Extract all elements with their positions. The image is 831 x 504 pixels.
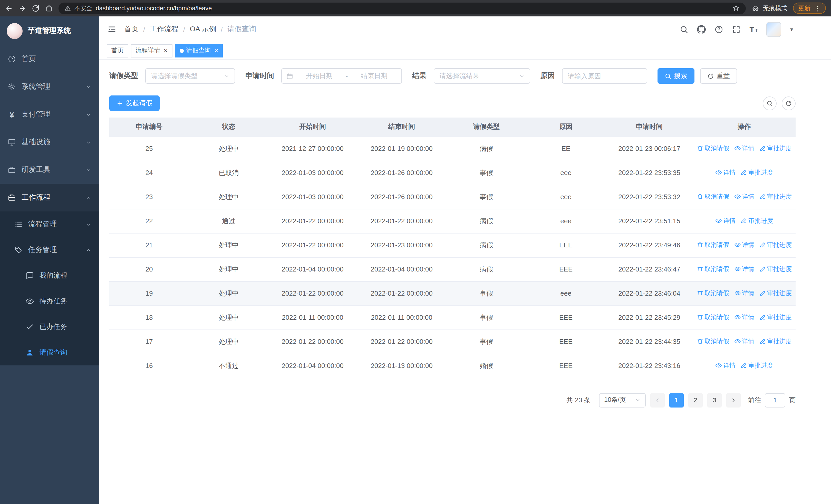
detail-link[interactable]: 详情 bbox=[716, 361, 736, 370]
detail-link[interactable]: 详情 bbox=[716, 216, 736, 225]
detail-link[interactable]: 详情 bbox=[716, 168, 736, 177]
sidebar-item-done-tasks[interactable]: 已办任务 bbox=[0, 314, 99, 340]
page-button-2[interactable]: 2 bbox=[688, 393, 703, 407]
browser-menu-icon[interactable]: ⋮ bbox=[814, 5, 821, 11]
cancel-leave-link[interactable]: 取消请假 bbox=[697, 192, 729, 201]
approval-progress-link[interactable]: 审批进度 bbox=[760, 313, 792, 322]
reason-input[interactable] bbox=[562, 68, 647, 84]
fullscreen-icon[interactable] bbox=[732, 25, 741, 34]
goto-unit: 页 bbox=[789, 395, 796, 405]
back-button[interactable] bbox=[5, 4, 13, 12]
approval-progress-link[interactable]: 审批进度 bbox=[741, 168, 773, 177]
filter-apply-time: 申请时间 开始日期 - 结束日期 bbox=[245, 68, 402, 84]
cancel-leave-link[interactable]: 取消请假 bbox=[697, 265, 729, 273]
detail-link[interactable]: 详情 bbox=[734, 289, 754, 298]
tag-label: 流程详情 bbox=[136, 46, 160, 55]
approval-progress-link[interactable]: 审批进度 bbox=[741, 216, 773, 225]
caret-down-icon[interactable]: ▾ bbox=[790, 26, 793, 33]
sidebar-item-todo-tasks[interactable]: 待办任务 bbox=[0, 289, 99, 314]
table-row-18: 18处理中2022-01-11 00:00:002022-01-11 00:00… bbox=[109, 305, 796, 329]
update-chip[interactable]: 更新 ⋮ bbox=[793, 3, 826, 14]
cell-end: 2022-01-26 00:00:00 bbox=[357, 185, 447, 209]
approval-progress-link[interactable]: 审批进度 bbox=[760, 192, 792, 201]
detail-link[interactable]: 详情 bbox=[734, 192, 754, 201]
approval-progress-link[interactable]: 审批进度 bbox=[760, 337, 792, 346]
page-size-select[interactable]: 10条/页 bbox=[599, 393, 646, 407]
approval-progress-link[interactable]: 审批进度 bbox=[760, 241, 792, 249]
table-row-23: 23处理中2022-01-03 00:00:002022-01-26 00:00… bbox=[109, 185, 796, 209]
close-icon[interactable]: × bbox=[214, 47, 218, 54]
sidebar-item-system-mgmt[interactable]: 系统管理 bbox=[0, 73, 99, 100]
cell-apply_time: 2022-01-22 23:51:15 bbox=[606, 209, 693, 233]
sidebar-item-home[interactable]: 首页 bbox=[0, 45, 99, 73]
sidebar-item-my-process[interactable]: 我的流程 bbox=[0, 263, 99, 289]
avatar[interactable] bbox=[767, 22, 781, 37]
cancel-leave-link[interactable]: 取消请假 bbox=[697, 313, 729, 322]
detail-link[interactable]: 详情 bbox=[734, 337, 754, 346]
breadcrumb-item[interactable]: OA 示例 bbox=[190, 25, 216, 34]
cancel-leave-link[interactable]: 取消请假 bbox=[697, 144, 729, 153]
approval-progress-link[interactable]: 审批进度 bbox=[760, 265, 792, 273]
start-date-placeholder[interactable]: 开始日期 bbox=[297, 71, 342, 81]
cell-apply_time: 2022-01-22 23:46:04 bbox=[606, 281, 693, 305]
sidebar-item-process-mgmt[interactable]: 流程管理 bbox=[0, 211, 99, 237]
tags-view: 首页 流程详情 × 请假查询 × bbox=[99, 42, 831, 60]
detail-link[interactable]: 详情 bbox=[734, 313, 754, 322]
monitor-icon bbox=[8, 138, 16, 146]
sidebar-item-workflow[interactable]: 工作流程 bbox=[0, 184, 99, 211]
logo[interactable]: 芋道管理系统 bbox=[0, 17, 99, 45]
breadcrumb-item[interactable]: 工作流程 bbox=[150, 25, 179, 34]
detail-link[interactable]: 详情 bbox=[734, 265, 754, 273]
url-text[interactable]: dashboard.yudao.iocoder.cn/bpm/oa/leave bbox=[96, 5, 212, 12]
create-leave-button[interactable]: 发起请假 bbox=[109, 95, 160, 111]
sidebar-item-dev-tools[interactable]: 研发工具 bbox=[0, 156, 99, 184]
end-date-placeholder[interactable]: 结束日期 bbox=[351, 71, 397, 81]
tag-home[interactable]: 首页 bbox=[107, 44, 128, 57]
cell-apply_time: 2022-01-22 23:53:32 bbox=[606, 185, 693, 209]
reload-button[interactable] bbox=[32, 4, 39, 12]
pen-icon bbox=[760, 338, 766, 345]
sidebar-item-task-mgmt[interactable]: 任务管理 bbox=[0, 237, 99, 263]
tag-process-detail[interactable]: 流程详情 × bbox=[131, 44, 172, 57]
leave-type-select[interactable]: 请选择请假类型 bbox=[145, 68, 235, 84]
approval-progress-link[interactable]: 审批进度 bbox=[760, 144, 792, 153]
github-icon[interactable] bbox=[697, 25, 706, 34]
forward-button[interactable] bbox=[19, 4, 26, 12]
home-button[interactable] bbox=[45, 4, 53, 12]
prev-page-button[interactable] bbox=[650, 393, 665, 407]
search-button[interactable]: 搜索 bbox=[658, 68, 694, 84]
collapse-menu-icon[interactable] bbox=[107, 25, 116, 34]
date-range-picker[interactable]: 开始日期 - 结束日期 bbox=[281, 68, 402, 84]
cancel-leave-link[interactable]: 取消请假 bbox=[697, 337, 729, 346]
cancel-leave-link[interactable]: 取消请假 bbox=[697, 241, 729, 249]
help-icon[interactable] bbox=[715, 25, 723, 34]
page-button-1[interactable]: 1 bbox=[669, 393, 684, 407]
goto-page-input[interactable] bbox=[765, 393, 785, 407]
detail-link[interactable]: 详情 bbox=[734, 241, 754, 249]
breadcrumb-item[interactable]: 首页 bbox=[124, 25, 139, 34]
cell-actions: 取消请假详情审批进度 bbox=[693, 305, 796, 329]
security-label[interactable]: 不安全 bbox=[75, 4, 92, 12]
sidebar-item-infrastructure[interactable]: 基础设施 bbox=[0, 128, 99, 156]
search-icon[interactable] bbox=[680, 25, 688, 34]
close-icon[interactable]: × bbox=[164, 47, 168, 54]
next-page-button[interactable] bbox=[726, 393, 741, 407]
pen-icon bbox=[741, 363, 747, 369]
page-button-3[interactable]: 3 bbox=[707, 393, 722, 407]
result-select[interactable]: 请选择流结果 bbox=[434, 68, 530, 84]
approval-progress-link[interactable]: 审批进度 bbox=[741, 361, 773, 370]
tag-leave-query[interactable]: 请假查询 × bbox=[175, 44, 223, 57]
address-bar[interactable]: 不安全 dashboard.yudao.iocoder.cn/bpm/oa/le… bbox=[58, 2, 746, 14]
font-size-icon[interactable]: TT bbox=[749, 25, 758, 33]
sidebar-item-leave-query[interactable]: 请假查询 bbox=[0, 340, 99, 365]
detail-link[interactable]: 详情 bbox=[734, 144, 754, 153]
cancel-leave-link[interactable]: 取消请假 bbox=[697, 289, 729, 298]
reset-button[interactable]: 重置 bbox=[700, 68, 737, 84]
eye-icon bbox=[716, 218, 722, 224]
toggle-search-button[interactable] bbox=[763, 96, 777, 110]
approval-progress-link[interactable]: 审批进度 bbox=[760, 289, 792, 298]
bookmark-star-icon[interactable] bbox=[733, 5, 740, 12]
reset-button-label: 重置 bbox=[717, 71, 730, 81]
sidebar-item-payment-mgmt[interactable]: ¥ 支付管理 bbox=[0, 100, 99, 128]
refresh-button[interactable] bbox=[782, 96, 796, 110]
